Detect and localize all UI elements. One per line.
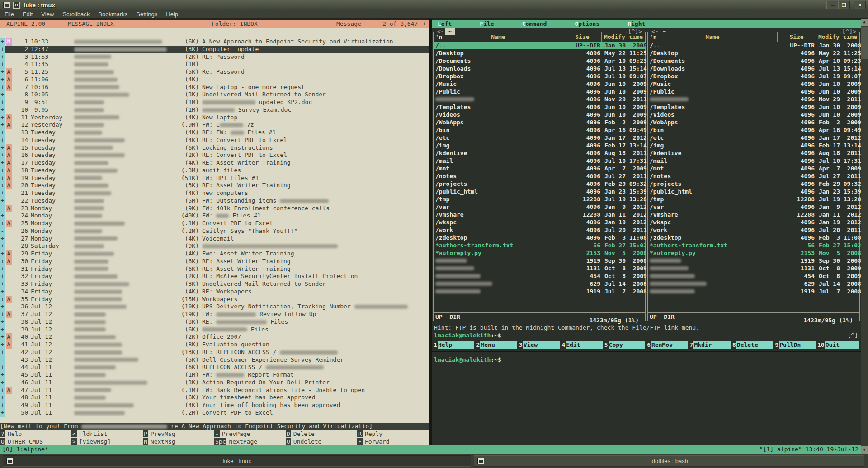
message-row[interactable]: +A29Friday(4K)Fwd: Asset Writer Training bbox=[0, 250, 429, 258]
command-key-help[interactable]: ?Help bbox=[0, 430, 71, 438]
file-row[interactable]: /Music4096Jun 10 2009 bbox=[648, 80, 859, 88]
file-row[interactable]: /kdenlive4096Aug 18 2011 bbox=[648, 149, 859, 157]
file-row[interactable]: /bin4096Apr 16 09:49 bbox=[434, 126, 645, 134]
fkey-help[interactable]: 1Help bbox=[433, 341, 474, 349]
file-row[interactable]: /Templates4096Jun 10 2009 bbox=[648, 103, 859, 111]
message-row[interactable]: +A41Jul 12(8K)Evaluation question bbox=[0, 341, 429, 349]
file-row[interactable]: /etc4096Jan 17 2012 bbox=[434, 134, 645, 142]
file-row[interactable]: /img4096Feb 17 13:14 bbox=[434, 142, 645, 149]
message-row[interactable]: +32Friday(2K)RE: McAfee SecurityCenter I… bbox=[0, 273, 429, 280]
message-row[interactable]: +50Jul 11(.2M)Convert PDF to Excel bbox=[0, 409, 429, 417]
mc-menu-right[interactable]: Right bbox=[627, 20, 645, 28]
message-row[interactable]: 43Jul 12(5K)Dell Customer Experience Sur… bbox=[0, 356, 429, 364]
message-row[interactable]: +810:05(3K)Undelivered Mail Returned to … bbox=[0, 91, 429, 99]
file-row[interactable]: /mail4096Jul 10 17:31 bbox=[648, 157, 859, 165]
file-row[interactable]: 1919Jul 7 2008 bbox=[648, 288, 859, 295]
file-row[interactable]: /Documents4096Apr 10 09:23 bbox=[648, 57, 859, 65]
file-row[interactable]: /Desktop4096May 22 11:25 bbox=[648, 49, 859, 57]
file-row[interactable]: /vmshare12288Jan 11 2012 bbox=[648, 211, 859, 218]
file-row[interactable]: 1131Oct 8 2009 bbox=[648, 265, 859, 272]
file-row[interactable]: /Videos4096Jun 10 2009 bbox=[434, 111, 645, 118]
message-row[interactable]: +13Tuesday(4K)RE: FW: Files #1 bbox=[0, 129, 429, 137]
taskbar-button-bash[interactable]: .dotfiles : bash bbox=[474, 455, 864, 467]
message-row[interactable]: +36Jul 12(10K)UPS Delivery Notification,… bbox=[0, 303, 429, 311]
file-row[interactable]: /Videos4096Jun 10 2009 bbox=[648, 111, 859, 118]
mc-menu-command[interactable]: Command bbox=[522, 20, 547, 28]
file-row[interactable]: /Music4096Jun 10 2009 bbox=[434, 80, 645, 88]
file-row[interactable]: /etc4096Jan 17 2012 bbox=[648, 134, 859, 142]
file-row[interactable]: /public_html4096Jan 23 15:39 bbox=[648, 188, 859, 195]
minimize-button[interactable]: ─ bbox=[826, 1, 838, 9]
file-row[interactable]: 629Jul 14 2008 bbox=[434, 280, 645, 288]
file-row[interactable]: /work4096Jul 20 2011 bbox=[648, 226, 859, 234]
file-row[interactable]: /Public4096Jun 10 2009 bbox=[434, 88, 645, 95]
message-row[interactable]: +28Saturday(9K) bbox=[0, 242, 429, 250]
file-panel-left[interactable]: <-~ .[^]> 'nName Size Modify time /..UP-… bbox=[433, 32, 646, 321]
file-row[interactable]: /mnt4096Apr 7 2009 bbox=[648, 165, 859, 172]
fkey-renmov[interactable]: 6RenMov bbox=[646, 341, 688, 349]
file-row[interactable]: 4096Nov 29 2011 bbox=[434, 95, 645, 103]
file-row[interactable]: /..UP--DIRJan 30 2008 bbox=[434, 42, 645, 49]
file-row[interactable]: /tmp12288Jul 19 13:28 bbox=[434, 195, 645, 203]
file-row[interactable]: /Downloads4096Jul 13 15:14 bbox=[434, 65, 645, 72]
menu-item-help[interactable]: Help bbox=[166, 11, 178, 18]
message-row[interactable]: +31Friday(6K)RE: Asset Writer Training bbox=[0, 265, 429, 273]
command-key-reply[interactable]: RReply bbox=[357, 430, 429, 438]
scrollbar[interactable]: ▲ ▼ bbox=[861, 19, 868, 454]
command-key-delete[interactable]: DDelete bbox=[286, 430, 357, 438]
message-row[interactable]: A23Monday(9K)FW: 401k Enrollment confere… bbox=[0, 205, 429, 213]
tmux-horizontal-divider[interactable] bbox=[432, 351, 861, 352]
file-row[interactable]: 629Jul 14 2008 bbox=[648, 280, 859, 288]
message-row[interactable]: +14Tuesday(4K)RE: Convert PDF to Excel bbox=[0, 137, 429, 144]
menu-item-edit[interactable]: Edit bbox=[23, 11, 33, 18]
file-row[interactable]: *autoreply.py2153Nov 5 2008 bbox=[434, 249, 645, 257]
fkey-edit[interactable]: 4Edit bbox=[561, 341, 602, 349]
message-row[interactable]: -26Monday(.2M)Caitlyn Says "Thank You!!!… bbox=[0, 227, 429, 235]
file-row[interactable]: /projects4096Feb 29 09:32 bbox=[434, 180, 645, 188]
message-row[interactable]: +33Friday(3K)Undelivered Mail Returned t… bbox=[0, 280, 429, 288]
command-key-undelete[interactable]: UUndelete bbox=[286, 438, 357, 445]
file-row[interactable]: /..UP--DIRJan 30 2008 bbox=[648, 42, 859, 49]
mc-pane[interactable]: LeftFileCommandOptionsRight <-~ .[^]> 'n… bbox=[432, 20, 861, 445]
menu-item-bookmarks[interactable]: Bookmarks bbox=[98, 11, 127, 18]
message-row[interactable]: +A20Tuesday(3K)RE: Asset Writer Training bbox=[0, 182, 429, 189]
file-row[interactable]: /img4096Feb 17 13:14 bbox=[648, 142, 859, 149]
fkey-pulldn[interactable]: 9PullDn bbox=[774, 341, 816, 349]
file-panel-right[interactable]: <-~ .[^]> 'nName Size Modify time /..UP-… bbox=[647, 32, 860, 321]
file-row[interactable]: /wkspc4096Jan 19 2012 bbox=[648, 218, 859, 226]
message-row[interactable]: +212:47(3K)Computer update bbox=[0, 46, 429, 53]
message-row[interactable]: +A19Tuesday(51K)FW: HPI Files #1 bbox=[0, 175, 429, 182]
message-row[interactable]: +A710:16(4K)New Laptop - one more reques… bbox=[0, 84, 429, 91]
file-row[interactable]: /var4096Jan 9 2012 bbox=[648, 203, 859, 211]
scroll-up-icon[interactable]: ▲ bbox=[861, 19, 868, 26]
file-row[interactable]: 1919Sep 30 2008 bbox=[648, 257, 859, 265]
message-row[interactable]: +A11Yesterday(4K)New laptop bbox=[0, 114, 429, 122]
message-row[interactable]: +A17Tuesday(4K)RE: Asset Writer Training bbox=[0, 159, 429, 167]
message-row[interactable]: +24Monday(49K)FW: Files #1 bbox=[0, 212, 429, 220]
file-row[interactable]: /Dropbox4096Jul 19 09:07 bbox=[648, 72, 859, 80]
file-row[interactable]: /mnt4096Apr 7 2009 bbox=[434, 165, 645, 172]
command-key-fldrlist[interactable]: <FldrList bbox=[71, 430, 143, 438]
bash-prompt[interactable]: lmaciak@malekith:~$ bbox=[434, 356, 501, 364]
message-row[interactable]: +411:45(1M) bbox=[0, 61, 429, 68]
alpine-pane[interactable]: ALPINE 2.00 MESSAGE INDEX Folder: INBOX … bbox=[0, 20, 429, 445]
mc-menu-options[interactable]: Options bbox=[575, 20, 599, 28]
message-row[interactable]: +A47Jul 11(.1M)FW: Bank Reconciliations … bbox=[0, 387, 429, 394]
file-row[interactable]: /vmshare12288Jan 11 2012 bbox=[434, 211, 645, 218]
command-key-prevmsg[interactable]: PPrevMsg bbox=[143, 430, 214, 438]
file-row[interactable]: /WebApps4096Feb 2 2009 bbox=[648, 118, 859, 126]
maximize-button[interactable]: ❐ bbox=[838, 1, 850, 9]
scrollbar-thumb[interactable] bbox=[861, 27, 868, 59]
tmux-pane-divider[interactable] bbox=[429, 19, 432, 454]
command-key-viewmsg[interactable]: >[ViewMsg] bbox=[71, 438, 143, 445]
file-row[interactable]: /tmp12288Jul 19 13:28 bbox=[648, 195, 859, 203]
message-row[interactable]: +311:53(2K)RE: Password bbox=[0, 53, 429, 61]
message-row[interactable]: +39Jul 12(6K) Files bbox=[0, 326, 429, 334]
message-row[interactable]: +9 9:51(1M) updated KP2.doc bbox=[0, 99, 429, 106]
file-row[interactable]: 1919Sep 30 2008 bbox=[434, 257, 645, 265]
fkey-quit[interactable]: 10Quit bbox=[817, 341, 859, 349]
message-row[interactable]: +38Jul 12(3K)RE: Files bbox=[0, 318, 429, 326]
file-row[interactable]: 4096Nov 29 2011 bbox=[648, 95, 859, 103]
message-row[interactable]: +48Jul 11(6K)Your timesheet has been app… bbox=[0, 394, 429, 402]
file-row[interactable]: /Downloads4096Jul 13 15:14 bbox=[648, 65, 859, 72]
